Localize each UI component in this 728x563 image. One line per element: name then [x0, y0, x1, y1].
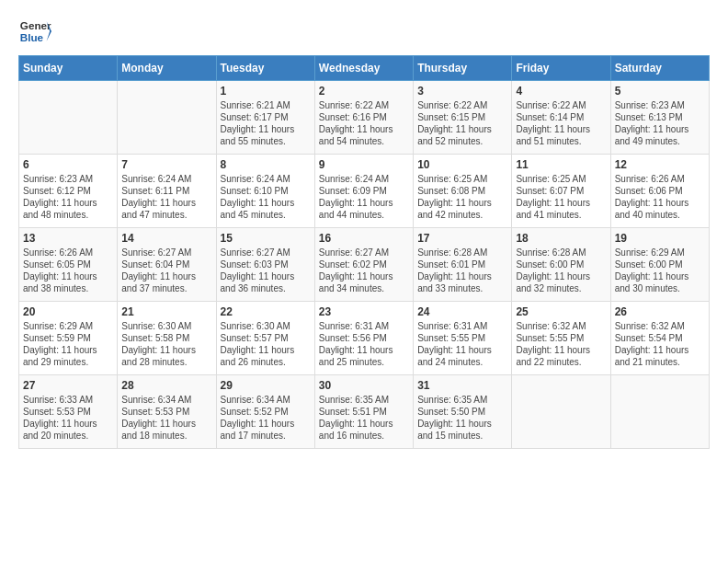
calendar-cell: 12Sunrise: 6:26 AM Sunset: 6:06 PM Dayli… [610, 155, 709, 228]
day-info: Sunrise: 6:27 AM Sunset: 6:02 PM Dayligh… [319, 247, 409, 294]
day-header-sunday: Sunday [19, 56, 118, 81]
day-info: Sunrise: 6:31 AM Sunset: 5:56 PM Dayligh… [319, 320, 409, 368]
day-info: Sunrise: 6:28 AM Sunset: 6:00 PM Dayligh… [516, 247, 606, 294]
calendar-cell: 8Sunrise: 6:24 AM Sunset: 6:10 PM Daylig… [216, 155, 314, 228]
calendar-cell: 19Sunrise: 6:29 AM Sunset: 6:00 PM Dayli… [610, 228, 709, 302]
week-row-3: 13Sunrise: 6:26 AM Sunset: 6:05 PM Dayli… [19, 228, 710, 302]
calendar-cell: 2Sunrise: 6:22 AM Sunset: 6:16 PM Daylig… [314, 81, 413, 155]
calendar-cell: 30Sunrise: 6:35 AM Sunset: 5:51 PM Dayli… [314, 375, 413, 449]
day-number: 9 [319, 158, 409, 171]
calendar-cell: 4Sunrise: 6:22 AM Sunset: 6:14 PM Daylig… [512, 81, 610, 155]
calendar-cell: 17Sunrise: 6:28 AM Sunset: 6:01 PM Dayli… [414, 228, 512, 302]
calendar-cell [19, 81, 118, 155]
day-number: 16 [319, 232, 409, 245]
day-number: 31 [417, 379, 507, 392]
day-number: 1 [221, 85, 311, 98]
day-info: Sunrise: 6:29 AM Sunset: 5:59 PM Dayligh… [23, 320, 113, 368]
day-info: Sunrise: 6:27 AM Sunset: 6:03 PM Dayligh… [221, 247, 311, 294]
day-header-thursday: Thursday [414, 56, 512, 81]
day-number: 30 [319, 379, 409, 392]
day-header-saturday: Saturday [610, 56, 709, 81]
day-number: 10 [417, 158, 507, 171]
day-info: Sunrise: 6:32 AM Sunset: 5:55 PM Dayligh… [516, 320, 606, 368]
calendar-cell [512, 375, 610, 449]
day-number: 19 [615, 232, 705, 245]
calendar-cell: 13Sunrise: 6:26 AM Sunset: 6:05 PM Dayli… [19, 228, 118, 302]
day-number: 17 [417, 232, 507, 245]
calendar-cell: 3Sunrise: 6:22 AM Sunset: 6:15 PM Daylig… [414, 81, 512, 155]
day-number: 8 [221, 158, 311, 171]
calendar-table: SundayMondayTuesdayWednesdayThursdayFrid… [18, 55, 710, 449]
day-number: 29 [221, 379, 311, 392]
svg-text:Blue: Blue [20, 31, 44, 43]
day-info: Sunrise: 6:34 AM Sunset: 5:53 PM Dayligh… [121, 394, 211, 442]
day-info: Sunrise: 6:22 AM Sunset: 6:15 PM Dayligh… [417, 99, 507, 147]
day-info: Sunrise: 6:26 AM Sunset: 6:05 PM Dayligh… [23, 247, 113, 294]
week-row-5: 27Sunrise: 6:33 AM Sunset: 5:53 PM Dayli… [19, 375, 710, 449]
calendar-cell: 1Sunrise: 6:21 AM Sunset: 6:17 PM Daylig… [216, 81, 314, 155]
logo-icon: General Blue [18, 15, 51, 48]
day-info: Sunrise: 6:31 AM Sunset: 5:55 PM Dayligh… [417, 320, 507, 368]
day-number: 11 [516, 158, 606, 171]
day-number: 24 [417, 305, 507, 318]
calendar-cell: 10Sunrise: 6:25 AM Sunset: 6:08 PM Dayli… [414, 155, 512, 228]
day-number: 15 [221, 232, 311, 245]
day-info: Sunrise: 6:30 AM Sunset: 5:57 PM Dayligh… [221, 320, 311, 368]
day-number: 22 [221, 305, 311, 318]
day-info: Sunrise: 6:23 AM Sunset: 6:13 PM Dayligh… [615, 99, 705, 147]
day-info: Sunrise: 6:24 AM Sunset: 6:10 PM Dayligh… [221, 173, 311, 221]
day-info: Sunrise: 6:35 AM Sunset: 5:51 PM Dayligh… [319, 394, 409, 442]
day-header-monday: Monday [118, 56, 216, 81]
day-info: Sunrise: 6:33 AM Sunset: 5:53 PM Dayligh… [23, 394, 113, 442]
day-header-tuesday: Tuesday [216, 56, 314, 81]
day-number: 5 [615, 85, 705, 98]
day-info: Sunrise: 6:23 AM Sunset: 6:12 PM Dayligh… [23, 173, 113, 221]
calendar-cell: 23Sunrise: 6:31 AM Sunset: 5:56 PM Dayli… [314, 302, 413, 375]
calendar-cell: 24Sunrise: 6:31 AM Sunset: 5:55 PM Dayli… [414, 302, 512, 375]
calendar-cell: 31Sunrise: 6:35 AM Sunset: 5:50 PM Dayli… [414, 375, 512, 449]
calendar-cell: 20Sunrise: 6:29 AM Sunset: 5:59 PM Dayli… [19, 302, 118, 375]
day-number: 13 [23, 232, 113, 245]
calendar-cell: 18Sunrise: 6:28 AM Sunset: 6:00 PM Dayli… [512, 228, 610, 302]
calendar-cell [118, 81, 216, 155]
calendar-cell: 21Sunrise: 6:30 AM Sunset: 5:58 PM Dayli… [118, 302, 216, 375]
calendar-cell: 16Sunrise: 6:27 AM Sunset: 6:02 PM Dayli… [314, 228, 413, 302]
day-info: Sunrise: 6:28 AM Sunset: 6:01 PM Dayligh… [417, 247, 507, 294]
calendar-cell: 22Sunrise: 6:30 AM Sunset: 5:57 PM Dayli… [216, 302, 314, 375]
day-info: Sunrise: 6:35 AM Sunset: 5:50 PM Dayligh… [417, 394, 507, 442]
day-number: 20 [23, 305, 113, 318]
day-info: Sunrise: 6:29 AM Sunset: 6:00 PM Dayligh… [615, 247, 705, 294]
day-number: 27 [23, 379, 113, 392]
day-info: Sunrise: 6:25 AM Sunset: 6:08 PM Dayligh… [417, 173, 507, 221]
logo: General Blue [18, 15, 51, 48]
calendar-cell: 11Sunrise: 6:25 AM Sunset: 6:07 PM Dayli… [512, 155, 610, 228]
day-number: 4 [516, 85, 606, 98]
day-number: 18 [516, 232, 606, 245]
calendar-cell: 15Sunrise: 6:27 AM Sunset: 6:03 PM Dayli… [216, 228, 314, 302]
calendar-cell [610, 375, 709, 449]
day-number: 28 [121, 379, 211, 392]
calendar-cell: 25Sunrise: 6:32 AM Sunset: 5:55 PM Dayli… [512, 302, 610, 375]
day-info: Sunrise: 6:27 AM Sunset: 6:04 PM Dayligh… [121, 247, 211, 294]
day-number: 6 [23, 158, 113, 171]
calendar-cell: 14Sunrise: 6:27 AM Sunset: 6:04 PM Dayli… [118, 228, 216, 302]
week-row-4: 20Sunrise: 6:29 AM Sunset: 5:59 PM Dayli… [19, 302, 710, 375]
day-info: Sunrise: 6:32 AM Sunset: 5:54 PM Dayligh… [615, 320, 705, 368]
day-number: 14 [121, 232, 211, 245]
calendar-cell: 5Sunrise: 6:23 AM Sunset: 6:13 PM Daylig… [610, 81, 709, 155]
calendar-cell: 28Sunrise: 6:34 AM Sunset: 5:53 PM Dayli… [118, 375, 216, 449]
day-info: Sunrise: 6:22 AM Sunset: 6:16 PM Dayligh… [319, 99, 409, 147]
calendar-cell: 7Sunrise: 6:24 AM Sunset: 6:11 PM Daylig… [118, 155, 216, 228]
day-info: Sunrise: 6:21 AM Sunset: 6:17 PM Dayligh… [221, 99, 311, 147]
day-info: Sunrise: 6:26 AM Sunset: 6:06 PM Dayligh… [615, 173, 705, 221]
page-header: General Blue [18, 15, 710, 48]
day-number: 23 [319, 305, 409, 318]
week-row-1: 1Sunrise: 6:21 AM Sunset: 6:17 PM Daylig… [19, 81, 710, 155]
day-info: Sunrise: 6:34 AM Sunset: 5:52 PM Dayligh… [221, 394, 311, 442]
calendar-cell: 26Sunrise: 6:32 AM Sunset: 5:54 PM Dayli… [610, 302, 709, 375]
day-header-friday: Friday [512, 56, 610, 81]
calendar-cell: 6Sunrise: 6:23 AM Sunset: 6:12 PM Daylig… [19, 155, 118, 228]
day-header-wednesday: Wednesday [314, 56, 413, 81]
day-number: 25 [516, 305, 606, 318]
day-number: 2 [319, 85, 409, 98]
